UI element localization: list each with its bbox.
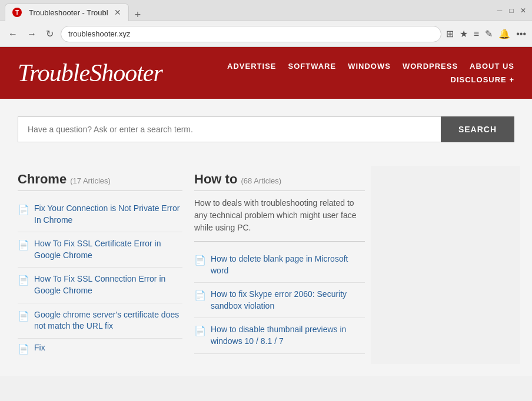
nav-wordpress[interactable]: WORDPRESS bbox=[403, 62, 458, 71]
forward-button[interactable]: → bbox=[25, 26, 39, 42]
article-link[interactable]: How to disable thumbnail previews in win… bbox=[211, 324, 365, 347]
howto-article-list: 📄 How to delete blank page in Microsoft … bbox=[194, 248, 365, 354]
document-icon: 📄 bbox=[18, 239, 29, 250]
tab-title: Troubleshooter - Troubl bbox=[29, 8, 108, 17]
document-icon: 📄 bbox=[194, 290, 206, 301]
search-section: SEARCH bbox=[0, 99, 532, 160]
favorites-icon[interactable]: ★ bbox=[460, 28, 468, 39]
nav-windows[interactable]: WINDOWS bbox=[348, 62, 391, 71]
close-button[interactable]: ✕ bbox=[519, 6, 527, 15]
notifications-icon[interactable]: 🔔 bbox=[498, 28, 510, 39]
site-logo[interactable]: TroubleShooter bbox=[18, 59, 162, 87]
nav-advertise[interactable]: ADVERTISE bbox=[227, 62, 276, 71]
document-icon: 📄 bbox=[194, 255, 206, 266]
list-item[interactable]: 📄 How To Fix SSL Connection Error in Goo… bbox=[18, 268, 182, 303]
active-tab[interactable]: T Troubleshooter - Troubl ✕ bbox=[5, 4, 129, 21]
document-icon: 📄 bbox=[18, 204, 29, 215]
sidebar-column bbox=[371, 166, 520, 364]
article-link[interactable]: Fix bbox=[34, 342, 45, 354]
nav-row-1: ADVERTISE SOFTWARE WINDOWS WORDPRESS ABO… bbox=[227, 62, 514, 71]
chrome-article-list: 📄 Fix Your Connection is Not Private Err… bbox=[18, 197, 182, 358]
url-text: troubleshooter.xyz bbox=[68, 29, 131, 38]
article-link[interactable]: Fix Your Connection is Not Private Error… bbox=[34, 203, 182, 226]
addressbar: ← → ↻ troubleshooter.xyz ⊞ ★ ≡ ✎ 🔔 ••• bbox=[0, 21, 532, 47]
main-columns: Chrome (17 Articles) 📄 Fix Your Connecti… bbox=[0, 160, 532, 376]
howto-section-title: How to (68 Articles) bbox=[194, 172, 365, 187]
browser-frame: T Troubleshooter - Troubl ✕ + ─ □ ✕ ← → … bbox=[0, 0, 532, 376]
more-icon[interactable]: ••• bbox=[516, 29, 526, 39]
refresh-button[interactable]: ↻ bbox=[44, 26, 56, 42]
tab-strip: T Troubleshooter - Troubl ✕ + bbox=[5, 0, 496, 21]
howto-count: (68 Articles) bbox=[241, 176, 281, 185]
nav-about[interactable]: ABOUT US bbox=[470, 62, 514, 71]
document-icon: 📄 bbox=[194, 325, 206, 336]
site-nav: ADVERTISE SOFTWARE WINDOWS WORDPRESS ABO… bbox=[227, 62, 514, 84]
tab-close-button[interactable]: ✕ bbox=[114, 8, 121, 17]
maximize-button[interactable]: □ bbox=[507, 6, 516, 15]
back-button[interactable]: ← bbox=[6, 26, 20, 42]
list-item[interactable]: 📄 How to fix Skype error 2060: Security … bbox=[194, 283, 365, 318]
chrome-section-title: Chrome (17 Articles) bbox=[18, 172, 182, 187]
toolbar-icons: ⊞ ★ ≡ ✎ 🔔 ••• bbox=[446, 28, 526, 39]
document-icon: 📄 bbox=[18, 310, 29, 322]
page-content: TroubleShooter ADVERTISE SOFTWARE WINDOW… bbox=[0, 47, 532, 376]
search-input[interactable] bbox=[18, 116, 441, 142]
article-link[interactable]: How to fix Skype error 2060: Security sa… bbox=[211, 289, 365, 312]
list-item[interactable]: 📄 Google chrome server's certificate doe… bbox=[18, 303, 182, 339]
document-icon: 📄 bbox=[18, 275, 29, 286]
list-item[interactable]: 📄 How to delete blank page in Microsoft … bbox=[194, 248, 365, 283]
document-icon: 📄 bbox=[18, 343, 29, 355]
article-link[interactable]: How to delete blank page in Microsoft wo… bbox=[211, 253, 365, 276]
chrome-column: Chrome (17 Articles) 📄 Fix Your Connecti… bbox=[12, 166, 188, 364]
minimize-button[interactable]: ─ bbox=[496, 6, 504, 15]
site-header: TroubleShooter ADVERTISE SOFTWARE WINDOW… bbox=[0, 47, 532, 99]
chrome-count: (17 Articles) bbox=[70, 176, 111, 185]
howto-description: How to deals with troubleshooting relate… bbox=[194, 197, 365, 242]
list-item[interactable]: 📄 How to disable thumbnail previews in w… bbox=[194, 318, 365, 353]
howto-column: How to (68 Articles) How to deals with t… bbox=[188, 166, 371, 364]
address-input[interactable]: troubleshooter.xyz bbox=[61, 26, 441, 42]
nav-row-2: DISCLOSURE + bbox=[451, 75, 514, 84]
article-link[interactable]: How To Fix SSL Connection Error in Googl… bbox=[34, 273, 182, 296]
list-item[interactable]: 📄 Fix Your Connection is Not Private Err… bbox=[18, 197, 182, 232]
tab-favicon: T bbox=[12, 8, 22, 17]
window-controls: ─ □ ✕ bbox=[496, 6, 527, 15]
article-link[interactable]: How To Fix SSL Certificate Error in Goog… bbox=[34, 238, 182, 261]
titlebar: T Troubleshooter - Troubl ✕ + ─ □ ✕ bbox=[0, 0, 532, 21]
reading-list-icon[interactable]: ⊞ bbox=[446, 28, 454, 39]
menu-icon[interactable]: ≡ bbox=[474, 29, 479, 39]
edit-icon[interactable]: ✎ bbox=[485, 28, 493, 39]
list-item[interactable]: 📄 Fix bbox=[18, 339, 182, 358]
list-item[interactable]: 📄 How To Fix SSL Certificate Error in Go… bbox=[18, 232, 182, 268]
nav-software[interactable]: SOFTWARE bbox=[288, 62, 336, 71]
nav-disclosure[interactable]: DISCLOSURE + bbox=[451, 75, 514, 84]
article-link[interactable]: Google chrome server's certificate does … bbox=[34, 309, 182, 332]
new-tab-button[interactable]: + bbox=[131, 9, 145, 21]
search-button[interactable]: SEARCH bbox=[441, 116, 514, 142]
